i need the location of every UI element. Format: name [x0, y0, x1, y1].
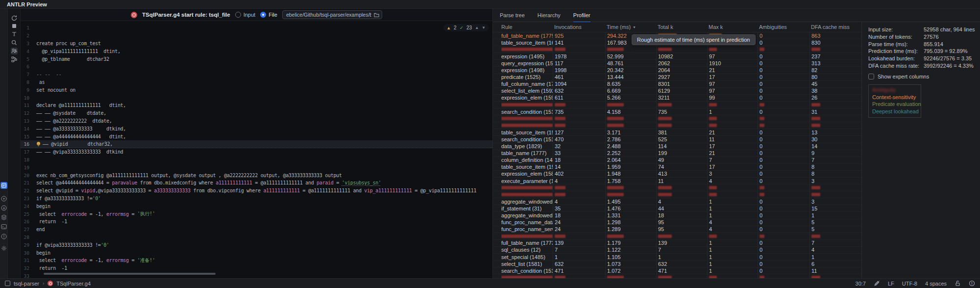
column-header[interactable]: DFA cache miss: [809, 24, 861, 30]
table-row[interactable]: execute_parameter (1...41.75811403: [493, 178, 861, 184]
table-row-redacted[interactable]: [493, 46, 861, 53]
table-row[interactable]: select_list_elem (1592)6326.669612997038: [493, 88, 861, 95]
notifications-icon[interactable]: [969, 280, 975, 287]
code-line[interactable]: 13—— —— @a2222222222 dtdate,: [21, 117, 492, 125]
code-line[interactable]: 23if @a333333333333 !='0': [21, 195, 492, 203]
code-line[interactable]: 17—— —— @vipa333333333333 dtkind: [21, 148, 492, 156]
table-row[interactable]: search_condition (1516)4711.0724711011: [493, 267, 861, 274]
intention-bulb-icon[interactable]: [37, 142, 41, 146]
settings-toolwindow-icon[interactable]: [1, 245, 7, 251]
column-header[interactable]: Max k: [707, 24, 758, 30]
code-line[interactable]: 31 select errorcode = -1, errormsg = '准备…: [21, 257, 492, 264]
code-line[interactable]: 5 @p_tblname dtchar32: [21, 55, 492, 63]
code-line[interactable]: 26 return -1: [21, 218, 492, 226]
code-line[interactable]: 8 as: [21, 79, 492, 86]
horizontal-scrollbar[interactable]: [44, 273, 216, 275]
table-row[interactable]: predicate (1525)46113.444292717080: [493, 74, 861, 81]
code-line[interactable]: 21select @a444444444444444 = paravalue f…: [21, 179, 492, 187]
radio-circle-icon[interactable]: [235, 12, 241, 18]
indent-indicator[interactable]: 4 spaces: [925, 281, 947, 287]
refresh-icon[interactable]: [11, 15, 18, 22]
code-line[interactable]: 22select @vipid = vipid,@vipa33333333333…: [21, 187, 492, 195]
code-line[interactable]: 24begin: [21, 202, 492, 210]
table-row[interactable]: data_type (1829)322.48811417014: [493, 143, 861, 150]
tab-hierarchy[interactable]: Hierarchy: [538, 9, 561, 22]
table-row-redacted[interactable]: [493, 102, 861, 108]
table-row[interactable]: expression (1498)199820.342206421082: [493, 67, 861, 74]
table-row-redacted[interactable]: [493, 184, 861, 191]
code-line[interactable]: 20exec nb_com_getsysconfig @a11111111111…: [21, 171, 492, 179]
table-row-redacted[interactable]: [493, 191, 861, 198]
caret-position[interactable]: 30:7: [856, 281, 866, 287]
line-ending-indicator[interactable]: LF: [888, 281, 894, 287]
table-row[interactable]: search_condition (1517)4702.78652511030: [493, 136, 861, 143]
radio-selected-icon[interactable]: [260, 12, 266, 18]
sql-code-editor[interactable]: 123create proc up_com_test4 @p_vipa11111…: [21, 21, 492, 278]
table-row[interactable]: table_source_item (15...141.959741708: [493, 164, 861, 171]
file-radio[interactable]: File: [260, 12, 277, 18]
code-line[interactable]: 15—— —— @a444444444444444 dtint,: [21, 132, 492, 140]
antlr-preview-toolwindow-icon[interactable]: [0, 182, 7, 189]
run-toolwindow-icon[interactable]: [1, 196, 7, 202]
input-radio[interactable]: Input: [235, 12, 255, 18]
profiler-table-header[interactable]: RuleInvocationsTime (ms)▼Total kMax kAmb…: [493, 22, 861, 32]
terminal-toolwindow-icon[interactable]: [1, 224, 7, 230]
code-line[interactable]: 19: [21, 163, 492, 171]
table-row[interactable]: query_expression (1527)11748.76120621910…: [493, 60, 861, 67]
code-line[interactable]: 14—— —— @a333333333333 dtkind,: [21, 125, 492, 132]
stop-icon[interactable]: [11, 23, 18, 29]
table-row[interactable]: column_definition (1421)182.06449707: [493, 157, 861, 164]
table-row[interactable]: aggregate_windowed...181.33118101: [493, 212, 861, 219]
problems-toolwindow-icon[interactable]: [1, 234, 7, 239]
table-row[interactable]: expression_elem (1589)4021.948413308: [493, 171, 861, 178]
code-line[interactable]: 28: [21, 234, 492, 241]
table-row[interactable]: expression (1495)197852.99910982970237: [493, 53, 861, 60]
column-header[interactable]: Time (ms)▼: [605, 24, 656, 30]
column-header[interactable]: Invocations: [553, 24, 605, 30]
code-line[interactable]: 12—— —— @sysdate dtdate,: [21, 109, 492, 117]
code-line[interactable]: 6: [21, 63, 492, 71]
table-row-redacted[interactable]: [493, 274, 861, 278]
text-size-icon[interactable]: [11, 31, 18, 38]
encoding-indicator[interactable]: UTF-8: [902, 281, 917, 287]
table-row[interactable]: func_proc_name_data...241.29895405: [493, 219, 861, 226]
table-row[interactable]: table_source_item (15...1273.17138121013: [493, 129, 861, 136]
tab-parse-tree[interactable]: Parse tree: [500, 9, 525, 22]
antlr-toolwindow-icon[interactable]: A: [1, 205, 7, 211]
column-header[interactable]: Ambiguities: [758, 24, 809, 30]
column-header[interactable]: Rule: [501, 24, 553, 30]
table-row[interactable]: full_table_name (1773)1391.179139107: [493, 240, 861, 247]
code-line[interactable]: 30begin: [21, 249, 492, 257]
code-line[interactable]: 18: [21, 156, 492, 164]
code-line[interactable]: 32 return -1: [21, 264, 492, 272]
code-line[interactable]: 11declare @a1111111111111 dtint,: [21, 102, 492, 109]
breadcrumb-project[interactable]: tsql-parser: [14, 281, 39, 287]
input-file-path-field[interactable]: ebelice/Github/tsql-parser/examples/big.…: [282, 10, 382, 19]
code-line[interactable]: 2: [21, 32, 492, 40]
code-line[interactable]: 7-- -- --: [21, 71, 492, 79]
table-row[interactable]: full_column_name (17...10948.63583019704…: [493, 81, 861, 88]
browse-folder-icon[interactable]: [374, 12, 379, 18]
table-row[interactable]: set_special (1485)11.1051101: [493, 254, 861, 261]
code-line[interactable]: 16—— @vipid dtchar32,: [21, 140, 492, 148]
code-line[interactable]: 29if @vipa333333333333 !='0': [21, 241, 492, 249]
table-row[interactable]: func_proc_name_serv...241.28995405: [493, 226, 861, 233]
code-line[interactable]: 25 select errorcode = -1, errormsg = '执行…: [21, 210, 492, 218]
code-line[interactable]: 3create proc up_com_test: [21, 40, 492, 48]
table-row[interactable]: if_statement (31)351.476441015: [493, 205, 861, 212]
search-icon[interactable]: [11, 39, 18, 46]
table-row[interactable]: select_list (1581)6321.073632106: [493, 261, 861, 267]
checkbox-icon[interactable]: [868, 74, 874, 79]
table-row-redacted[interactable]: [493, 122, 861, 129]
hierarchy-icon[interactable]: [11, 56, 18, 63]
table-row-redacted[interactable]: [493, 233, 861, 240]
unlock-icon[interactable]: [955, 280, 961, 287]
table-row[interactable]: table_name (1777)332.2521992109: [493, 150, 861, 157]
table-row[interactable]: search_condition (1519)7354.1587351031: [493, 108, 861, 115]
tab-profiler[interactable]: Profiler: [573, 9, 590, 22]
code-line[interactable]: 27end: [21, 226, 492, 234]
read-only-pen-icon[interactable]: [874, 280, 880, 287]
code-line[interactable]: 4 @p_vipa1111111111111 dtint,: [21, 47, 492, 55]
table-row-redacted[interactable]: [493, 115, 861, 122]
column-header[interactable]: Total k: [656, 24, 707, 30]
